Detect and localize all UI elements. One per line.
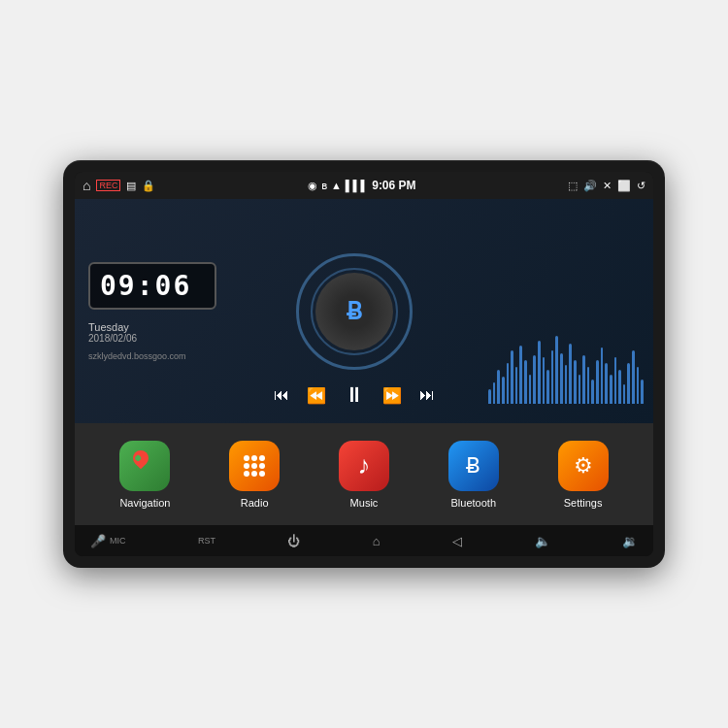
back-icon[interactable]: ↺ [637,180,645,192]
status-right: ⬚ 🔊 ✕ ⬜ ↺ [568,180,645,192]
wave-bar [582,355,585,404]
home-icon[interactable]: ⌂ [83,178,90,193]
wave-bar [623,384,626,404]
wave-bar [533,355,536,404]
wave-bar [632,350,635,404]
wave-bar [587,367,590,404]
wave-bar [627,363,630,404]
wave-bar [610,375,612,404]
app-item-radio[interactable]: Radio [229,441,280,509]
wave-bar [574,360,577,404]
vol-up-icon: 🔉 [622,534,638,548]
clock-date: 2018/02/06 [88,333,216,344]
status-bar: ⌂ REC ▤ 🔒 ◉ ʙ ▲ ▌▌▌ 9:06 PM ⬚ 🔊 ✕ ⬜ ↺ [75,172,653,199]
wave-bar [524,360,527,404]
status-center: ◉ ʙ ▲ ▌▌▌ 9:06 PM [308,179,416,192]
hw-mic: 🎤 MIC [90,534,126,548]
next-button[interactable]: ⏭ [419,386,435,404]
close-icon[interactable]: ✕ [603,180,612,192]
wave-bar [502,377,505,404]
status-time: 9:06 PM [372,179,415,192]
rec-icon: REC [96,180,120,191]
device: ⌂ REC ▤ 🔒 ◉ ʙ ▲ ▌▌▌ 9:06 PM ⬚ 🔊 ✕ ⬜ ↺ [63,160,665,568]
wave-bar [637,367,640,404]
wave-bar [529,375,532,404]
music-icon: ♪ [339,441,389,491]
player-controls: ⏮ ⏪ ⏸ ⏩ ⏭ [274,382,435,408]
app-item-navigation[interactable]: Navigation [119,441,170,509]
hw-home[interactable]: ⌂ [373,534,381,548]
hw-power[interactable]: ⏻ [287,534,300,548]
camera-icon: ⬚ [568,180,578,192]
hw-back-icon: ◁ [452,534,462,548]
music-label: Music [350,497,379,509]
bluetooth-status-icon: ʙ [321,180,327,192]
volume-icon[interactable]: 🔊 [583,180,597,192]
screen: ⌂ REC ▤ 🔒 ◉ ʙ ▲ ▌▌▌ 9:06 PM ⬚ 🔊 ✕ ⬜ ↺ [75,172,653,556]
hw-vol-down[interactable]: 🔈 [535,534,550,548]
wave-bar [555,336,558,404]
wave-bar [569,344,572,404]
wave-bar [493,382,496,404]
waveform-area [479,199,653,423]
lock-icon: 🔒 [142,180,155,192]
wave-bar [488,389,491,404]
bluetooth-icon: Ƀ [448,441,499,491]
radio-icon [229,441,280,491]
mic-icon: 🎤 [90,534,106,548]
main-content: 09:06 Tuesday 2018/02/06 szklydedvd.boss… [75,199,653,525]
wave-bar [565,365,568,404]
play-pause-button[interactable]: ⏸ [344,382,365,408]
wave-bar [618,370,621,404]
vol-down-icon: 🔈 [535,534,550,548]
signal-icon: ▌▌▌ [346,180,368,191]
clock-time: 09:06 [100,270,205,302]
wave-bar [546,370,549,404]
gear-symbol: ⚙ [574,453,593,479]
wifi-icon: ▲ [331,180,342,191]
app-item-music[interactable]: ♪ Music [339,441,389,509]
status-left: ⌂ REC ▤ 🔒 [83,178,155,193]
wave-bar [515,367,518,404]
wave-bar [601,347,604,404]
prev-button[interactable]: ⏮ [274,386,289,404]
settings-label: Settings [564,497,603,509]
clock-day: Tuesday [88,321,216,333]
wave-bar [543,357,546,404]
hw-home-icon: ⌂ [373,534,381,548]
player-disc-container: Ƀ [296,253,413,370]
wave-bar [507,363,510,404]
storage-icon: ▤ [126,180,136,192]
window-icon[interactable]: ⬜ [617,180,631,192]
navigation-icon [119,441,170,491]
wave-bar [605,363,608,404]
hw-vol-up[interactable]: 🔉 [622,534,638,548]
wave-bar [560,353,563,404]
wave-bar [538,341,541,404]
map-pin [130,447,152,469]
app-grid: Navigation Radio ♪ [75,423,653,525]
player-disc[interactable]: Ƀ [315,273,393,350]
settings-icon: ⚙ [558,441,609,491]
hw-rst[interactable]: RST [198,536,215,546]
wave-bar [511,350,513,404]
radio-label: Radio [241,497,269,509]
hw-back[interactable]: ◁ [452,534,462,548]
bluetooth-symbol: Ƀ [466,453,480,479]
app-item-bluetooth[interactable]: Ƀ Bluetooth [448,441,499,509]
wave-bar [596,360,599,404]
wave-bar [551,350,554,404]
player-center: Ƀ ⏮ ⏪ ⏸ ⏩ ⏭ [230,199,479,423]
rewind-button[interactable]: ⏪ [307,386,326,405]
power-icon: ⏻ [287,534,300,548]
wave-bar [497,370,500,404]
wave-bar [614,357,617,404]
wave-bar [579,375,581,404]
fast-forward-button[interactable]: ⏩ [382,386,402,405]
clock-box: 09:06 [88,262,216,310]
clock-section: 09:06 Tuesday 2018/02/06 szklydedvd.boss… [75,199,230,423]
app-item-settings[interactable]: ⚙ Settings [558,441,609,509]
bluetooth-disc-icon: Ƀ [347,298,362,325]
bluetooth-label: Bluetooth [451,497,496,509]
wave-bar [519,346,522,404]
